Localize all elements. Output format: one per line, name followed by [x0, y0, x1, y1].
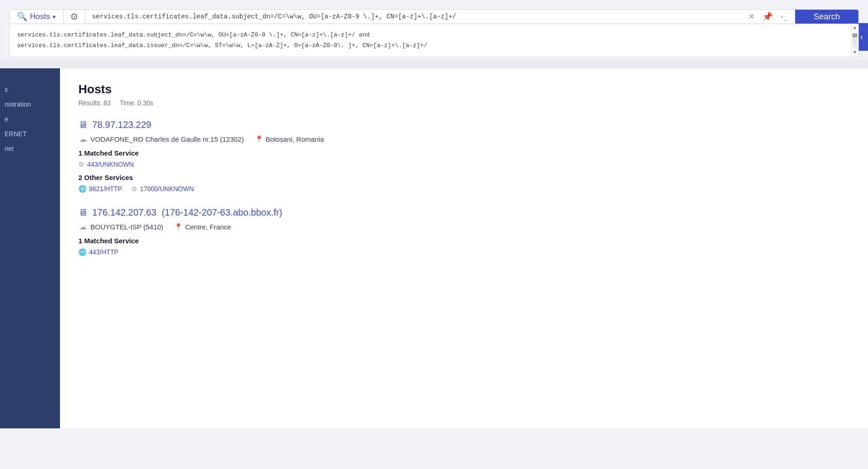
chevron-icon: ›: [860, 32, 863, 42]
org-name-0: VODAFONE_RO Charles de Gaulle nr.15 (123…: [90, 135, 244, 143]
search-bar: 🔍 Hosts ▾ ⚙ ✕ 📌 ›_ Search: [9, 9, 859, 24]
host-ip-link-1[interactable]: 176.142.207.63 (176-142-207-63.abo.bbox.…: [92, 207, 282, 218]
main-layout: s nistration e ERNET net Hosts Results: …: [0, 68, 868, 428]
service-port-0: 443/UNKNOWN: [87, 161, 134, 168]
terminal-button[interactable]: ›_: [777, 11, 791, 22]
service-link-443-unknown[interactable]: ⚙ 443/UNKNOWN: [78, 161, 134, 168]
pin-icon: 📌: [762, 12, 773, 22]
search-button[interactable]: Search: [795, 10, 858, 24]
sidebar-item-net[interactable]: net: [0, 141, 60, 156]
search-input-area: [85, 10, 741, 24]
globe-service-icon-0: 🌐: [78, 185, 86, 192]
other-services-0: 🌐 8621/HTTP ⚙ 17000/UNKNOWN: [78, 185, 850, 192]
host-ip-row-0: 🖥 78.97.123.229: [78, 120, 850, 130]
host-org-1: ☁ BOUYGTEL-ISP (5410): [79, 222, 163, 231]
host-hostname-1: (176-142-207-63.abo.bbox.fr): [162, 207, 282, 217]
clear-button[interactable]: ✕: [745, 10, 758, 24]
query-expansion: services.tls.certificates.leaf_data.subj…: [9, 24, 859, 57]
results-meta: Results: 83 Time: 0.30s: [78, 99, 850, 107]
settings-button[interactable]: ⚙: [64, 10, 85, 24]
org-name-1: BOUYGTEL-ISP (5410): [90, 223, 163, 231]
sidebar-item-e[interactable]: e: [0, 112, 60, 126]
matched-service-label-0: 1 Matched Service: [78, 149, 850, 157]
scroll-down[interactable]: ▼: [851, 48, 858, 57]
other-service-port-0-0: 8621/HTTP: [89, 185, 122, 192]
cloud-icon-1: ☁: [79, 222, 87, 231]
query-line-2: services.tls.certificates.leaf_data.issu…: [17, 40, 851, 51]
host-location-0: 📍 Botoșani, Romania: [255, 135, 324, 143]
query-line-1: services.tls.certificates.leaf_data.subj…: [17, 30, 851, 40]
other-service-label-0: 2 Other Services: [78, 174, 850, 181]
search-icon: 🔍: [17, 12, 27, 22]
host-meta-row-1: ☁ BOUYGTEL-ISP (5410) 📍 Centre, France: [79, 222, 850, 231]
service-port-1: 443/HTTP: [89, 248, 119, 256]
host-org-0: ☁ VODAFONE_RO Charles de Gaulle nr.15 (1…: [79, 135, 244, 144]
scrollbar-track: [852, 33, 857, 48]
results-time: Time: 0.30s: [120, 99, 154, 107]
host-card-1: 🖥 176.142.207.63 (176-142-207-63.abo.bbo…: [78, 207, 850, 256]
service-link-17000-unknown[interactable]: ⚙ 17000/UNKNOWN: [131, 185, 194, 192]
matched-service-label-1: 1 Matched Service: [78, 237, 850, 245]
sidebar-item-administration[interactable]: nistration: [0, 97, 60, 112]
service-link-8621-http[interactable]: 🌐 8621/HTTP: [78, 185, 122, 192]
host-ip-link-0[interactable]: 78.97.123.229: [92, 120, 151, 130]
results-content: Hosts Results: 83 Time: 0.30s 🖥 78.97.12…: [60, 68, 868, 428]
monitor-icon-1: 🖥: [78, 207, 88, 218]
search-input[interactable]: [85, 12, 741, 22]
search-type-button[interactable]: 🔍 Hosts ▾: [10, 10, 64, 24]
search-actions: ✕ 📌 ›_: [741, 10, 795, 24]
close-icon: ✕: [748, 12, 755, 22]
gear-icon: ⚙: [70, 11, 78, 22]
search-type-label: Hosts: [30, 12, 50, 21]
page-title: Hosts: [78, 82, 850, 96]
other-service-port-0-1: 17000/UNKNOWN: [140, 185, 194, 192]
monitor-icon-0: 🖥: [78, 120, 88, 130]
host-ip-row-1: 🖥 176.142.207.63 (176-142-207-63.abo.bbo…: [78, 207, 850, 218]
host-card-0: 🖥 78.97.123.229 ☁ VODAFONE_RO Charles de…: [78, 120, 850, 192]
cloud-icon-0: ☁: [79, 135, 87, 144]
scrollbar[interactable]: ▲ ▼: [851, 24, 858, 57]
host-location-1: 📍 Centre, France: [174, 223, 231, 231]
sidebar-item-internet[interactable]: ERNET: [0, 126, 60, 141]
terminal-icon: ›_: [780, 13, 788, 20]
matched-services-1: 🌐 443/HTTP: [78, 248, 850, 256]
location-name-1: Centre, France: [185, 223, 231, 231]
pin-icon-1: 📍: [174, 223, 182, 230]
globe-service-icon-1: 🌐: [78, 248, 86, 256]
chevron-down-icon: ▾: [53, 13, 56, 20]
gear-other-service-icon-0: ⚙: [131, 185, 137, 192]
sidebar: s nistration e ERNET net: [0, 68, 60, 428]
pin-button[interactable]: 📌: [760, 10, 775, 24]
matched-services-0: ⚙ 443/UNKNOWN: [78, 161, 850, 168]
results-count: Results: 83: [78, 99, 111, 107]
sidebar-item-s[interactable]: s: [0, 82, 60, 97]
section-divider: [0, 60, 868, 68]
pin-icon-0: 📍: [255, 135, 263, 143]
scroll-up[interactable]: ▲: [851, 24, 858, 32]
host-meta-row-0: ☁ VODAFONE_RO Charles de Gaulle nr.15 (1…: [79, 135, 850, 144]
gear-service-icon-0: ⚙: [78, 161, 84, 168]
service-link-443-http[interactable]: 🌐 443/HTTP: [78, 248, 119, 256]
location-name-0: Botoșani, Romania: [266, 135, 324, 143]
scrollbar-thumb: [852, 33, 857, 37]
